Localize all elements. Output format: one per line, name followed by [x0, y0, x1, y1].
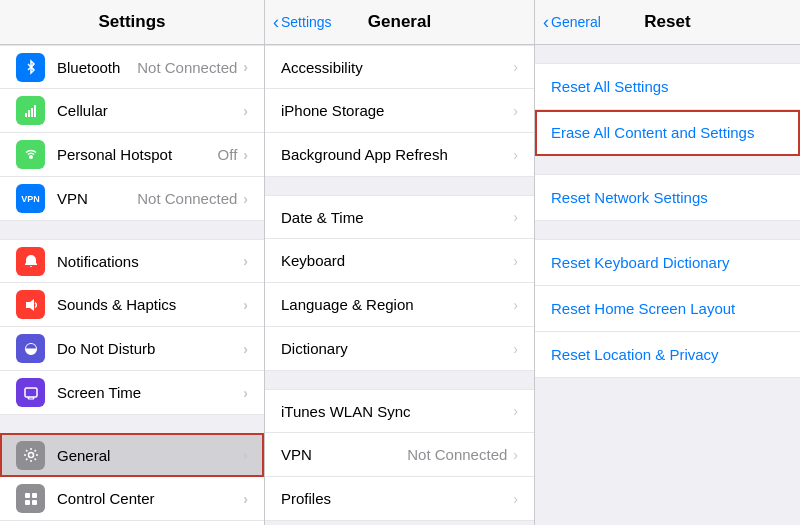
dnd-label: Do Not Disturb: [57, 340, 243, 357]
bluetooth-icon: [16, 53, 45, 82]
right-settings-list: Reset All Settings Erase All Content and…: [535, 45, 800, 525]
itunes-wlan-label: iTunes WLAN Sync: [281, 403, 513, 420]
general-icon: [16, 441, 45, 470]
mid-row-background-refresh[interactable]: Background App Refresh ›: [265, 133, 534, 177]
right-back-button[interactable]: ‹ General: [543, 13, 601, 31]
date-time-chevron: ›: [513, 209, 518, 225]
right-row-reset-keyboard[interactable]: Reset Keyboard Dictionary: [535, 239, 800, 286]
mid-vpn-label: VPN: [281, 446, 407, 463]
mid-row-iphone-storage[interactable]: iPhone Storage ›: [265, 89, 534, 133]
mid-divider-3: [265, 521, 534, 525]
right-row-reset-home[interactable]: Reset Home Screen Layout: [535, 286, 800, 332]
vpn-chevron: ›: [243, 191, 248, 207]
hotspot-value: Off: [218, 146, 238, 163]
right-divider-1: [535, 156, 800, 174]
mid-row-dictionary[interactable]: Dictionary ›: [265, 327, 534, 371]
mid-section-2: Date & Time › Keyboard › Language & Regi…: [265, 195, 534, 371]
language-label: Language & Region: [281, 296, 513, 313]
mid-row-date-time[interactable]: Date & Time ›: [265, 195, 534, 239]
mid-row-profiles[interactable]: Profiles ›: [265, 477, 534, 521]
bluetooth-label: Bluetooth: [57, 59, 137, 76]
keyboard-chevron: ›: [513, 253, 518, 269]
right-row-erase-all[interactable]: Erase All Content and Settings: [535, 110, 800, 156]
notifications-chevron: ›: [243, 253, 248, 269]
mid-row-itunes-wlan[interactable]: iTunes WLAN Sync ›: [265, 389, 534, 433]
row-screen-time[interactable]: Screen Time ›: [0, 371, 264, 415]
mid-vpn-chevron: ›: [513, 447, 518, 463]
svg-rect-12: [25, 500, 30, 505]
mid-header: ‹ Settings General: [265, 0, 534, 45]
mid-back-chevron: ‹: [273, 13, 279, 31]
right-section-1: Reset All Settings Erase All Content and…: [535, 63, 800, 156]
screen-time-icon: [16, 378, 45, 407]
row-sounds[interactable]: Sounds & Haptics ›: [0, 283, 264, 327]
date-time-label: Date & Time: [281, 209, 513, 226]
dnd-chevron: ›: [243, 341, 248, 357]
notifications-icon: [16, 247, 45, 276]
bluetooth-chevron: ›: [243, 59, 248, 75]
row-vpn[interactable]: VPN VPN Not Connected ›: [0, 177, 264, 221]
notifications-label: Notifications: [57, 253, 243, 270]
reset-all-label: Reset All Settings: [551, 78, 669, 95]
row-general[interactable]: General ›: [0, 433, 264, 477]
mid-row-accessibility[interactable]: Accessibility ›: [265, 45, 534, 89]
svg-rect-11: [32, 493, 37, 498]
left-column: Settings Bluetooth Not Connected › Cellu…: [0, 0, 265, 525]
mid-row-keyboard[interactable]: Keyboard ›: [265, 239, 534, 283]
screen-time-chevron: ›: [243, 385, 248, 401]
row-cellular[interactable]: Cellular ›: [0, 89, 264, 133]
sounds-icon: [16, 290, 45, 319]
mid-row-language[interactable]: Language & Region ›: [265, 283, 534, 327]
vpn-icon: VPN: [16, 184, 45, 213]
mid-title: General: [368, 12, 431, 32]
right-divider-top: [535, 45, 800, 63]
row-notifications[interactable]: Notifications ›: [0, 239, 264, 283]
right-row-reset-location[interactable]: Reset Location & Privacy: [535, 332, 800, 378]
row-hotspot[interactable]: Personal Hotspot Off ›: [0, 133, 264, 177]
control-center-icon: [16, 484, 45, 513]
mid-divider-1: [265, 177, 534, 195]
profiles-label: Profiles: [281, 490, 513, 507]
right-divider-2: [535, 221, 800, 239]
divider-1: [0, 221, 264, 239]
sounds-chevron: ›: [243, 297, 248, 313]
iphone-storage-chevron: ›: [513, 103, 518, 119]
svg-rect-3: [28, 110, 30, 117]
svg-rect-13: [32, 500, 37, 505]
mid-back-button[interactable]: ‹ Settings: [273, 13, 332, 31]
accessibility-label: Accessibility: [281, 59, 513, 76]
row-control-center[interactable]: Control Center ›: [0, 477, 264, 521]
mid-row-vpn[interactable]: VPN Not Connected ›: [265, 433, 534, 477]
dnd-icon: [16, 334, 45, 363]
svg-point-6: [29, 155, 33, 159]
row-bluetooth[interactable]: Bluetooth Not Connected ›: [0, 45, 264, 89]
right-row-reset-network[interactable]: Reset Network Settings: [535, 174, 800, 221]
svg-rect-5: [34, 105, 36, 117]
right-header: ‹ General Reset: [535, 0, 800, 45]
row-display[interactable]: Display & Brightness ›: [0, 521, 264, 525]
right-row-reset-all[interactable]: Reset All Settings: [535, 63, 800, 110]
background-refresh-chevron: ›: [513, 147, 518, 163]
reset-home-screen-label: Reset Home Screen Layout: [551, 300, 735, 317]
vpn-label: VPN: [57, 190, 137, 207]
svg-rect-10: [25, 493, 30, 498]
left-settings-list: Bluetooth Not Connected › Cellular › Per…: [0, 45, 264, 525]
itunes-wlan-chevron: ›: [513, 403, 518, 419]
divider-2: [0, 415, 264, 433]
bluetooth-value: Not Connected: [137, 59, 237, 76]
section-connectivity: Bluetooth Not Connected › Cellular › Per…: [0, 45, 264, 221]
mid-settings-list: Accessibility › iPhone Storage › Backgro…: [265, 45, 534, 525]
mid-back-label: Settings: [281, 14, 332, 30]
control-center-chevron: ›: [243, 491, 248, 507]
mid-section-3: iTunes WLAN Sync › VPN Not Connected › P…: [265, 389, 534, 521]
svg-marker-7: [26, 299, 34, 311]
left-title: Settings: [98, 12, 165, 32]
svg-point-9: [28, 453, 33, 458]
row-dnd[interactable]: Do Not Disturb ›: [0, 327, 264, 371]
reset-location-label: Reset Location & Privacy: [551, 346, 719, 363]
right-section-2: Reset Network Settings: [535, 174, 800, 221]
hotspot-icon: [16, 140, 45, 169]
mid-column: ‹ Settings General Accessibility › iPhon…: [265, 0, 535, 525]
svg-rect-2: [25, 113, 27, 117]
reset-keyboard-label: Reset Keyboard Dictionary: [551, 254, 729, 271]
